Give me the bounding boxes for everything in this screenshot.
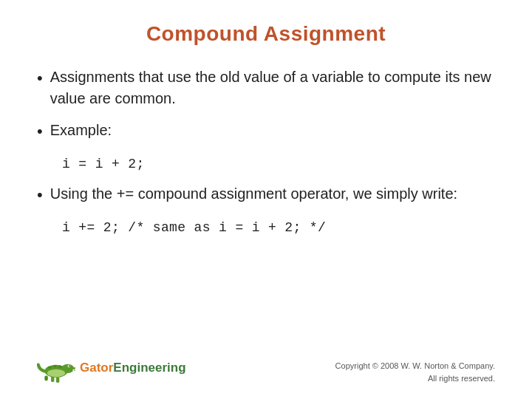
bullet-dot: • [37, 67, 43, 90]
gator-label: GatorEngineering [80, 361, 186, 375]
gator-icon [37, 352, 75, 384]
slide-title: Compound Assignment [37, 22, 495, 46]
svg-point-12 [53, 365, 57, 367]
bullet-text-3: Using the += compound assignment operato… [50, 183, 457, 205]
svg-rect-8 [56, 377, 59, 383]
svg-rect-7 [51, 376, 54, 382]
copyright-text: Copyright © 2008 W. W. Norton & Company.… [335, 360, 495, 384]
bullet-dot: • [37, 120, 43, 143]
list-item: • Example: [37, 120, 495, 143]
slide: Compound Assignment • Assignments that u… [0, 0, 532, 399]
gator-word2: Engineering [113, 361, 185, 375]
svg-point-4 [69, 366, 70, 367]
slide-content: • Assignments that use the old value of … [37, 66, 495, 344]
svg-rect-5 [73, 369, 75, 372]
code-block-2: i += 2; /* same as i = i + 2; */ [62, 220, 495, 235]
bullet-text-2: Example: [50, 120, 112, 141]
svg-rect-6 [75, 369, 75, 370]
svg-point-11 [48, 366, 52, 368]
bullet-text-1: Assignments that use the old value of a … [50, 66, 495, 109]
list-item: • Assignments that use the old value of … [37, 66, 495, 109]
gator-word1: Gator [80, 361, 113, 375]
svg-point-10 [47, 369, 65, 377]
gator-logo: GatorEngineering [37, 352, 186, 384]
code-block-1: i = i + 2; [62, 157, 495, 171]
slide-footer: GatorEngineering Copyright © 2008 W. W. … [37, 344, 495, 384]
svg-rect-9 [44, 375, 47, 381]
svg-point-13 [58, 366, 62, 368]
list-item: • Using the += compound assignment opera… [37, 183, 495, 207]
bullet-dot: • [37, 184, 43, 207]
copyright-line1: Copyright © 2008 W. W. Norton & Company. [335, 360, 495, 372]
copyright-line2: All rights reserved. [335, 372, 495, 385]
